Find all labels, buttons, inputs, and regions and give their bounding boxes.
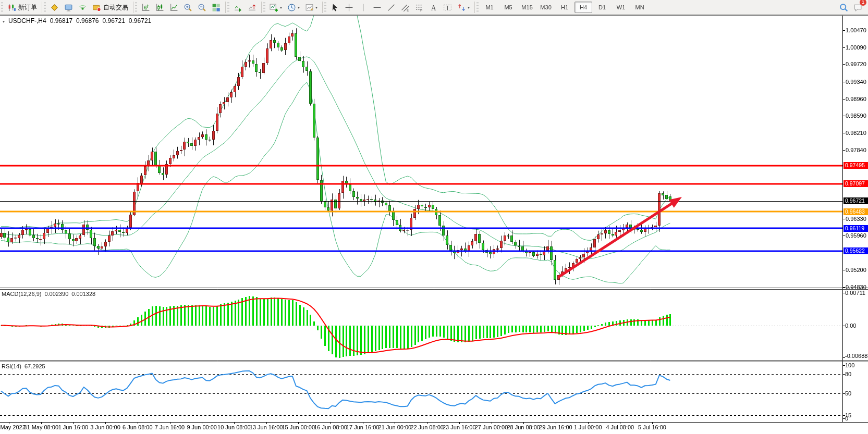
timeframe-button-mn[interactable]: MN — [631, 2, 649, 13]
channel-button[interactable]: E — [398, 1, 412, 14]
autotrading-button-label: 自动交易 — [103, 3, 128, 12]
toolbar-grip[interactable] — [263, 2, 265, 13]
market-button[interactable] — [62, 1, 76, 14]
toolbar-separator — [261, 2, 262, 13]
autoscroll-icon — [234, 3, 242, 12]
toolbar-grip[interactable] — [44, 2, 46, 13]
zoom-in-button[interactable] — [181, 1, 195, 14]
timeframe-button-m30[interactable]: M30 — [537, 2, 555, 13]
timeframe-button-h4[interactable]: H4 — [574, 2, 592, 13]
toolbar-group-chart-display — [134, 0, 225, 15]
tile-windows-button[interactable] — [209, 1, 223, 14]
tiles-icon — [212, 3, 221, 12]
candlestick-chart-button[interactable] — [153, 1, 167, 14]
chevron-down-icon[interactable]: ▾ — [315, 5, 317, 10]
search-button[interactable] — [837, 1, 851, 14]
crosshair-button[interactable] — [342, 1, 356, 14]
toolbar-group-services: 自动交易 — [43, 0, 132, 15]
trading-platform-window: 新订单自动交易▾▾▾EFAT▾M1M5M15M30H1H4D1W1MN1 ▾US… — [0, 0, 868, 434]
notifications-button[interactable]: 1 — [851, 1, 865, 14]
chevron-down-icon[interactable]: ▾ — [280, 5, 282, 10]
text-label-icon: T — [443, 3, 452, 12]
timeframe-button-m15[interactable]: M15 — [518, 2, 536, 13]
market-icon — [64, 3, 73, 12]
autotrading-button[interactable]: 自动交易 — [90, 1, 131, 14]
zoom-in-icon — [184, 3, 192, 12]
text-label-button[interactable]: T — [441, 1, 455, 14]
signals-button[interactable] — [76, 1, 90, 14]
signals-icon — [78, 3, 87, 12]
text-a-icon: A — [429, 3, 438, 12]
channel-icon: E — [401, 3, 410, 12]
cursor-button[interactable] — [328, 1, 342, 14]
toolbar-group-drawing: EFAT▾ — [323, 0, 474, 15]
toolbar-separator — [42, 2, 42, 13]
zoom-out-button[interactable] — [195, 1, 209, 14]
hline-icon — [373, 3, 382, 12]
line-chart-button[interactable] — [167, 1, 181, 14]
chevron-down-icon[interactable]: ▾ — [468, 5, 470, 10]
toolbar-right-tools: 1 — [837, 0, 865, 15]
toolbar-separator — [322, 2, 323, 13]
timeframe-button-m1[interactable]: M1 — [481, 2, 498, 13]
toolbar-separator — [474, 2, 475, 13]
clock-icon — [287, 3, 296, 12]
fibo-icon: F — [415, 3, 424, 12]
timeframe-button-d1[interactable]: D1 — [593, 2, 611, 13]
trendline-button[interactable] — [384, 1, 398, 14]
template-icon — [305, 3, 314, 12]
new-order-button[interactable]: 新订单 — [5, 1, 40, 14]
toolbar-grip[interactable] — [324, 2, 326, 13]
auto-scroll-button[interactable] — [231, 1, 245, 14]
main-chart-pane[interactable] — [0, 16, 842, 288]
chevron-down-icon[interactable]: ▾ — [298, 5, 300, 10]
toolbar: 新订单自动交易▾▾▾EFAT▾M1M5M15M30H1H4D1W1MN1 — [0, 0, 868, 16]
crosshair-icon — [345, 3, 353, 12]
toolbar-group-inserts: ▾▾▾ — [262, 0, 322, 15]
shift-icon — [248, 3, 256, 12]
toolbar-grip[interactable] — [1, 2, 3, 13]
horizontal-line-button[interactable] — [370, 1, 384, 14]
chart-shift-button[interactable] — [245, 1, 259, 14]
vline-icon — [359, 3, 368, 12]
toolbar-separator — [225, 2, 226, 13]
toolbar-group-timeframes: M1M5M15M30H1H4D1W1MN — [475, 0, 651, 15]
timeframe-button-h1[interactable]: H1 — [556, 2, 573, 13]
templates-button[interactable]: ▾ — [302, 1, 320, 14]
rsi-pane[interactable] — [0, 362, 842, 422]
cursor-icon — [331, 3, 339, 12]
search-icon — [839, 3, 848, 12]
tline-icon — [387, 3, 396, 12]
vertical-line-button[interactable] — [356, 1, 370, 14]
toolbar-group-scrolling — [226, 0, 261, 15]
new-order-button-label: 新订单 — [18, 3, 37, 12]
arrows-button[interactable]: ▾ — [455, 1, 472, 14]
svg-text:F: F — [420, 8, 423, 12]
toolbar-group-trade: 新订单 — [0, 0, 41, 15]
chart-candles-icon — [155, 3, 164, 12]
periods-button[interactable]: ▾ — [285, 1, 302, 14]
svg-text:E: E — [407, 8, 409, 11]
zoom-out-icon — [198, 3, 206, 12]
toolbar-grip[interactable] — [476, 2, 479, 13]
notification-badge: 1 — [860, 0, 866, 6]
indicators-button[interactable]: ▾ — [267, 1, 285, 14]
timeframe-button-w1[interactable]: W1 — [612, 2, 630, 13]
chart-line-icon — [169, 3, 178, 12]
autotrading-icon — [92, 3, 101, 12]
svg-text:A: A — [431, 4, 436, 11]
toolbar-grip[interactable] — [227, 2, 229, 13]
macd-pane[interactable] — [0, 290, 842, 360]
diamond-icon — [50, 3, 59, 12]
fibonacci-button[interactable]: F — [412, 1, 426, 14]
svg-text:T: T — [446, 4, 449, 10]
bar-chart-button[interactable] — [139, 1, 153, 14]
text-button[interactable]: A — [426, 1, 441, 14]
toolbar-grip[interactable] — [135, 2, 137, 13]
timeframe-button-m5[interactable]: M5 — [499, 2, 517, 13]
toolbar-separator — [133, 2, 133, 13]
indicators-icon — [270, 3, 278, 12]
new-order-icon — [7, 3, 16, 12]
metaeditor-button[interactable] — [47, 1, 62, 14]
shapes-icon — [457, 3, 466, 12]
